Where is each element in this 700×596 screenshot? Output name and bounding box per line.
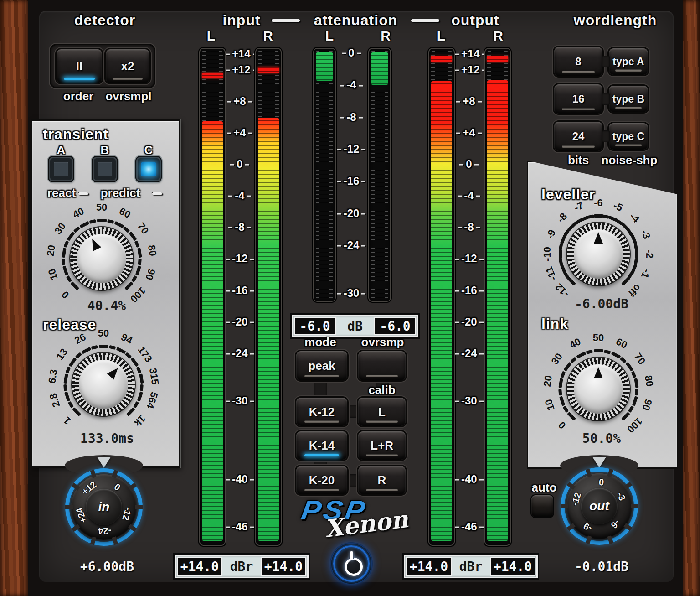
wordlength-typeb-label: type B xyxy=(612,93,644,105)
input-meter-bar-left xyxy=(199,48,226,546)
mode-label: mode xyxy=(295,335,345,349)
attenuation-meter-scale: 0-4-8-12-16-20-24-30 xyxy=(335,48,368,300)
attenuation-readout-left: -6.0 xyxy=(294,317,336,335)
wordlength-8-indicator xyxy=(562,71,595,73)
output-gain-cap[interactable]: out xyxy=(581,488,618,524)
input-readout-unit: dBr xyxy=(223,556,260,577)
release-knob-cap[interactable] xyxy=(79,360,128,409)
output-readout-unit: dBr xyxy=(453,556,489,577)
noise-shp-label: noise-shp xyxy=(600,153,659,167)
input-meter-bar-right xyxy=(255,48,282,546)
output-gain-value: -0.01dB xyxy=(563,559,640,574)
predict-label: predict xyxy=(89,186,151,200)
wordlength-8-label: 8 xyxy=(575,55,581,68)
wordlength-typec-indicator xyxy=(615,144,642,146)
calib-l-button[interactable]: L xyxy=(358,398,406,426)
attenuation-meter-bar-left xyxy=(313,48,336,302)
wordlength-typea-indicator xyxy=(615,69,642,72)
detector-order-indicator xyxy=(64,78,95,80)
mode-peak-indicator xyxy=(304,375,339,377)
wordlength-8-button[interactable]: 8 xyxy=(554,47,602,76)
input-left-label: L xyxy=(202,28,220,44)
order-label: order xyxy=(56,89,101,104)
connector xyxy=(602,56,610,67)
release-value: 133.0ms xyxy=(71,431,144,446)
power-button[interactable] xyxy=(331,544,371,584)
transient-c-lamp xyxy=(141,162,156,176)
link-knob[interactable]: 0102030405060708090100 xyxy=(544,334,653,444)
calib-r-button[interactable]: R xyxy=(358,466,406,494)
transient-b-button[interactable] xyxy=(93,157,117,181)
attenuation-readout-right: -6.0 xyxy=(374,317,416,335)
link-knob-pointer xyxy=(594,367,603,378)
detector-ovrsmpl-button[interactable]: x2 xyxy=(106,49,149,83)
mode-peak-button[interactable]: peak xyxy=(296,351,347,380)
transient-c-label: C xyxy=(137,143,160,157)
mode-peak-label: peak xyxy=(308,359,335,373)
transient-c-button[interactable] xyxy=(136,157,161,181)
auto-button[interactable] xyxy=(531,495,553,517)
detector-ovrsmpl-button-label: x2 xyxy=(121,59,134,73)
mode-k12-label: K-12 xyxy=(309,405,335,419)
react-label: react xyxy=(39,186,84,200)
output-gain-knob[interactable]: out 0-3-6-9-12 xyxy=(561,467,638,545)
output-meter-bar-left xyxy=(428,48,455,546)
wordlength-16-button[interactable]: 16 xyxy=(554,84,602,114)
leveller-knob[interactable]: -12-11-10-9-8-7-6-5-4-3-2-1off xyxy=(544,199,653,309)
wordlength-24-button[interactable]: 24 xyxy=(554,122,602,151)
wordlength-typea-button[interactable]: type A xyxy=(609,48,648,75)
input-right-label: R xyxy=(259,28,277,44)
detector-order-button[interactable]: II xyxy=(57,49,102,83)
wordlength-24-label: 24 xyxy=(572,130,585,143)
mode-k12-button[interactable]: K-12 xyxy=(296,398,347,426)
title-dash-1 xyxy=(272,19,300,22)
calib-label: calib xyxy=(359,383,405,397)
connector xyxy=(602,130,610,142)
predict-dash-left xyxy=(78,192,88,195)
wordlength-16-indicator xyxy=(562,108,595,110)
detector-order-button-label: II xyxy=(76,59,82,73)
input-readout-left: +14.0 xyxy=(177,557,222,576)
output-readout-right: +14.0 xyxy=(490,557,535,576)
input-gain-knob[interactable]: in 0+12+24-12-24 xyxy=(65,468,143,546)
output-readout: +14.0 dBr +14.0 xyxy=(404,555,538,578)
transient-b-lamp xyxy=(98,162,112,176)
connector xyxy=(602,93,610,105)
attenuation-left-label: L xyxy=(320,28,339,44)
detector-title: detector xyxy=(59,12,150,29)
output-left-label: L xyxy=(432,28,450,44)
ovrsmp-indicator xyxy=(366,375,398,377)
wordlength-typea-label: type A xyxy=(612,56,644,68)
input-readout-right: +14.0 xyxy=(261,557,306,576)
input-gain-cap[interactable]: in xyxy=(86,489,122,525)
out-knob-marker xyxy=(592,457,606,468)
mode-k20-button[interactable]: K-20 xyxy=(296,466,347,494)
transient-knob[interactable]: 0102030405060708090100 xyxy=(47,204,156,313)
calib-r-label: R xyxy=(378,473,386,487)
calib-l-indicator xyxy=(366,420,398,423)
output-right-label: R xyxy=(489,28,507,44)
transient-knob-cap[interactable] xyxy=(77,234,126,283)
connector xyxy=(346,405,359,418)
calib-r-indicator xyxy=(366,489,398,491)
ovrsmp-button[interactable] xyxy=(358,351,406,380)
transient-a-button[interactable] xyxy=(49,157,73,181)
calib-lr-label: L+R xyxy=(371,439,393,453)
predict-dash-right xyxy=(152,192,162,195)
wordlength-24-indicator xyxy=(562,145,595,148)
wordlength-typeb-indicator xyxy=(615,107,642,109)
transient-b-label: B xyxy=(93,143,116,157)
auto-label: auto xyxy=(527,481,561,495)
output-title: output xyxy=(441,12,510,29)
input-gain-value: +6.00dB xyxy=(68,559,146,574)
mode-k14-button[interactable]: K-14 xyxy=(296,431,347,460)
wordlength-typec-button[interactable]: type C xyxy=(609,123,648,150)
release-knob[interactable]: 12.86.3132650941733155641k xyxy=(49,330,158,439)
wordlength-typeb-button[interactable]: type B xyxy=(609,86,648,112)
output-readout-left: +14.0 xyxy=(406,557,452,576)
link-title: link xyxy=(541,316,568,332)
output-meter-scale: +14+12+8+40-4-8-12-16-20-24-30-40-46 xyxy=(453,48,485,544)
leveller-knob-pointer xyxy=(594,232,603,244)
calib-lr-button[interactable]: L+R xyxy=(358,431,406,460)
transient-a-lamp xyxy=(54,162,68,176)
